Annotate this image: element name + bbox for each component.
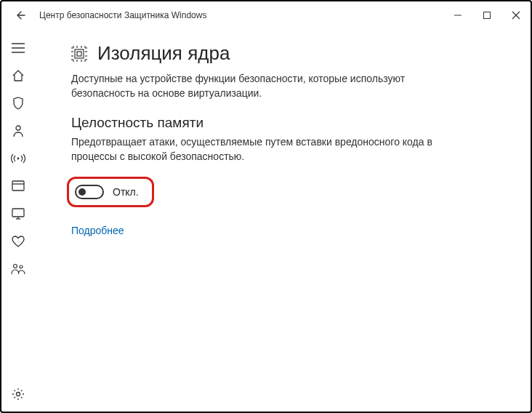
close-icon [512,11,520,20]
close-button[interactable] [501,1,531,29]
arrow-left-icon [15,9,26,21]
family-icon [11,263,25,275]
page-title: Изоляция ядра [97,42,230,65]
svg-point-13 [20,265,23,268]
maximize-button[interactable] [472,1,501,29]
toggle-state-label: Откл. [113,186,139,198]
heart-icon [12,236,25,247]
nav-settings[interactable] [4,381,33,407]
memory-integrity-toggle[interactable] [75,185,104,199]
page-header: Изоляция ядра [71,42,494,65]
window-controls [443,1,531,29]
svg-rect-7 [12,181,24,191]
antenna-icon [11,153,25,164]
maximize-icon [483,11,491,20]
page-description: Доступные на устройстве функции безопасн… [71,72,464,100]
hamburger-icon [12,43,25,53]
nav-firewall[interactable] [4,145,33,172]
svg-rect-16 [77,52,81,56]
nav-app-browser-control[interactable] [4,173,33,199]
minimize-icon [454,11,462,20]
core-isolation-icon [71,46,87,62]
svg-rect-9 [12,209,24,217]
memory-integrity-toggle-highlight: Откл. [67,177,154,207]
nav-account-protection[interactable] [4,118,33,144]
person-icon [12,124,24,137]
menu-button[interactable] [4,35,33,61]
svg-rect-15 [75,49,84,58]
nav-virus-protection[interactable] [4,90,33,116]
titlebar: Центр безопасности Защитника Windows [1,1,531,29]
svg-point-14 [17,393,20,396]
nav-device-performance[interactable] [4,228,33,254]
svg-point-12 [14,265,17,268]
main-content: Изоляция ядра Доступные на устройстве фу… [35,29,531,412]
back-button[interactable] [6,1,35,29]
svg-point-6 [17,158,20,160]
monitor-icon [12,208,25,220]
app-icon [12,180,25,192]
nav-device-security[interactable] [4,201,33,227]
svg-point-5 [16,126,20,130]
shield-icon [12,97,24,110]
app-window: Центр безопасности Защитника Windows [0,0,532,413]
toggle-knob [78,188,86,196]
body: Изоляция ядра Доступные на устройстве фу… [1,29,531,412]
sidebar [1,29,35,412]
section-description: Предотвращает атаки, осуществляемые путе… [71,135,464,164]
nav-home[interactable] [4,63,33,89]
learn-more-link[interactable]: Подробнее [71,225,124,236]
section-heading: Целостность памяти [71,115,494,131]
minimize-button[interactable] [443,1,472,29]
window-title: Центр безопасности Защитника Windows [39,10,206,20]
svg-rect-1 [484,12,491,19]
home-icon [12,69,25,82]
gear-icon [12,388,25,401]
nav-family-options[interactable] [4,256,33,282]
